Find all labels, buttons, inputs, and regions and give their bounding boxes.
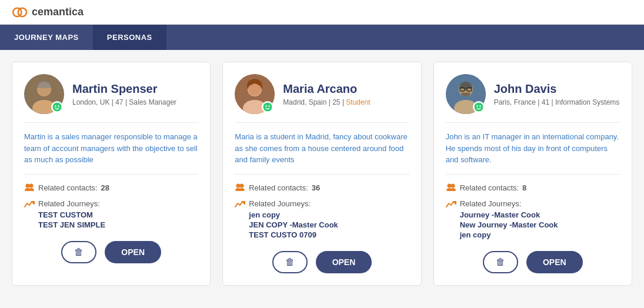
contacts-stat-john: Related contacts: 8 <box>446 183 620 193</box>
journey-item-maria-0: jen copy <box>249 210 338 219</box>
card-title-area-martin: Martin Spenser London, UK | 47 | Sales M… <box>72 82 176 106</box>
svg-point-7 <box>55 105 56 106</box>
persona-location-maria: Madrid, Spain <box>283 98 326 106</box>
persona-card-maria: Maria Arcano Madrid, Spain | 25 | Studen… <box>222 62 421 286</box>
open-button-martin[interactable]: OPEN <box>105 241 161 263</box>
divider2-john <box>446 174 620 175</box>
contacts-icon-martin <box>24 183 35 193</box>
journeys-icon-john <box>446 200 456 210</box>
persona-description-martin: Martin is a sales manager responsible to… <box>24 131 198 166</box>
persona-name-martin: Martin Spenser <box>72 82 176 96</box>
svg-point-19 <box>269 105 270 106</box>
svg-point-18 <box>266 105 267 106</box>
main-nav: JOURNEY MAPS PERSONAS <box>0 25 644 50</box>
svg-point-9 <box>26 183 30 188</box>
journey-item-maria-2: TEST CUSTO 0709 <box>249 230 338 239</box>
journey-list-maria: jen copy JEN COPY -Master Cook TEST CUST… <box>249 210 338 239</box>
card-header-martin: Martin Spenser London, UK | 47 | Sales M… <box>24 74 198 114</box>
journeys-row-john: Related Journeys: Journey -Master Cook N… <box>446 199 620 239</box>
contacts-icon-maria <box>235 183 245 193</box>
svg-point-10 <box>29 183 34 188</box>
card-title-area-john: John Davis Paris, France | 41 | Informat… <box>494 82 620 106</box>
persona-location-martin: London, UK <box>72 98 109 106</box>
main-content: Martin Spenser London, UK | 47 | Sales M… <box>0 50 644 297</box>
svg-point-33 <box>479 105 481 106</box>
contacts-count-john: 8 <box>522 183 526 192</box>
nav-journey-maps[interactable]: JOURNEY MAPS <box>0 25 93 50</box>
journey-item-martin-0: TEST CUSTOM <box>38 210 105 219</box>
logo-text: cemantica <box>32 6 84 18</box>
card-header-maria: Maria Arcano Madrid, Spain | 25 | Studen… <box>235 74 409 114</box>
svg-point-32 <box>476 105 478 106</box>
journey-item-maria-1: JEN COPY -Master Cook <box>249 220 338 229</box>
persona-location-john: Paris, France <box>494 98 536 106</box>
journeys-row-martin: Related Journeys: TEST CUSTOM TEST JEN S… <box>24 199 198 229</box>
persona-meta-john: Paris, France | 41 | Information Systems <box>494 98 620 106</box>
contacts-icon-john <box>446 183 456 193</box>
contacts-count-martin: 28 <box>101 183 109 192</box>
app-logo: cemantica <box>12 6 84 18</box>
contacts-stat-maria: Related contacts: 36 <box>235 183 409 193</box>
divider2-maria <box>235 174 409 175</box>
journeys-label-john: Related Journeys: <box>460 199 522 208</box>
persona-name-john: John Davis <box>494 82 620 96</box>
smiley-badge-martin <box>51 101 63 113</box>
journey-item-john-2: jen copy <box>460 230 558 239</box>
svg-point-31 <box>474 102 483 112</box>
divider-martin <box>24 122 198 123</box>
journey-item-martin-1: TEST JEN SIMPLE <box>38 220 105 229</box>
avatar-container-maria <box>235 74 275 114</box>
persona-role-john: Information Systems <box>555 98 619 106</box>
journeys-icon-maria <box>235 200 245 210</box>
svg-point-17 <box>263 102 272 112</box>
svg-point-6 <box>52 102 62 112</box>
journeys-icon-martin <box>24 200 35 210</box>
contacts-label-martin: Related contacts: <box>38 183 97 192</box>
delete-button-maria[interactable]: 🗑 <box>272 251 308 273</box>
journeys-row-maria: Related Journeys: jen copy JEN COPY -Mas… <box>235 199 409 239</box>
personas-list: Martin Spenser London, UK | 47 | Sales M… <box>12 62 632 286</box>
contacts-label-maria: Related contacts: <box>249 183 308 192</box>
persona-card-john: John Davis Paris, France | 41 | Informat… <box>433 62 632 286</box>
journey-list-martin: TEST CUSTOM TEST JEN SIMPLE <box>38 210 105 229</box>
persona-role-maria: Student <box>346 98 370 106</box>
journey-item-john-1: New Journey -Master Cook <box>460 220 558 229</box>
card-title-area-maria: Maria Arcano Madrid, Spain | 25 | Studen… <box>283 82 370 106</box>
card-actions-maria: 🗑 OPEN <box>235 251 409 273</box>
delete-button-martin[interactable]: 🗑 <box>61 241 96 263</box>
persona-description-john: John is an IT manager in an internationa… <box>446 131 620 166</box>
svg-point-20 <box>236 183 241 188</box>
persona-meta-martin: London, UK | 47 | Sales Manager <box>72 98 176 106</box>
journeys-content-martin: Related Journeys: TEST CUSTOM TEST JEN S… <box>38 199 105 229</box>
journeys-content-john: Related Journeys: Journey -Master Cook N… <box>460 199 558 239</box>
svg-point-34 <box>447 183 451 188</box>
smiley-badge-maria <box>262 101 273 113</box>
journeys-label-martin: Related Journeys: <box>38 199 100 208</box>
divider-john <box>446 122 620 123</box>
divider-maria <box>235 122 409 123</box>
persona-age-maria: 25 <box>332 98 340 106</box>
journeys-label-maria: Related Journeys: <box>249 199 311 208</box>
persona-age-martin: 47 <box>115 98 123 106</box>
svg-point-8 <box>58 105 59 106</box>
open-button-maria[interactable]: OPEN <box>316 251 372 273</box>
divider2-martin <box>24 174 198 175</box>
svg-point-21 <box>240 183 244 188</box>
delete-button-john[interactable]: 🗑 <box>483 251 518 273</box>
persona-meta-maria: Madrid, Spain | 25 | Student <box>283 98 370 106</box>
card-actions-john: 🗑 OPEN <box>446 251 620 273</box>
svg-point-1 <box>18 8 26 16</box>
journey-item-john-0: Journey -Master Cook <box>460 210 558 219</box>
contacts-count-maria: 36 <box>312 183 320 192</box>
smiley-badge-john <box>473 101 485 113</box>
card-actions-martin: 🗑 OPEN <box>24 241 198 263</box>
app-header: cemantica <box>0 0 644 25</box>
open-button-john[interactable]: OPEN <box>526 251 583 273</box>
journey-list-john: Journey -Master Cook New Journey -Master… <box>460 210 558 239</box>
avatar-container-martin <box>24 74 64 114</box>
persona-card-martin: Martin Spenser London, UK | 47 | Sales M… <box>12 62 211 286</box>
nav-personas[interactable]: PERSONAS <box>93 25 166 50</box>
persona-role-martin: Sales Manager <box>129 98 176 106</box>
contacts-stat-martin: Related contacts: 28 <box>24 183 198 193</box>
persona-description-maria: Maria is a student in Madrid, fancy abou… <box>235 131 409 166</box>
